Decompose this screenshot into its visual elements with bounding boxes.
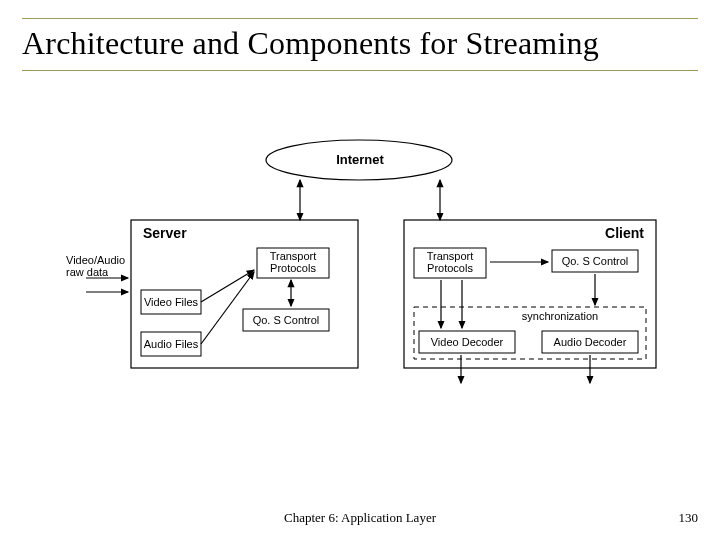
video-decoder-label: Video Decoder [419, 336, 515, 348]
client-label: Client [605, 225, 644, 241]
server-transport-label: Transport Protocols [257, 250, 329, 274]
server-qos-label: Qo. S Control [243, 314, 329, 326]
svg-line-5 [201, 272, 254, 344]
video-files-label: Video Files [141, 296, 201, 308]
audio-decoder-label: Audio Decoder [542, 336, 638, 348]
footer-text: Chapter 6: Application Layer [0, 510, 720, 526]
internet-label: Internet [300, 152, 420, 167]
sync-label: synchronization [500, 310, 620, 322]
raw-data-label: Video/Audio raw data [66, 254, 146, 278]
server-label: Server [143, 225, 187, 241]
page-title: Architecture and Components for Streamin… [22, 25, 698, 62]
svg-line-4 [201, 270, 254, 302]
client-transport-label: Transport Protocols [414, 250, 486, 274]
title-rule: Architecture and Components for Streamin… [22, 18, 698, 71]
client-qos-label: Qo. S Control [552, 255, 638, 267]
audio-files-label: Audio Files [141, 338, 201, 350]
page-number: 130 [679, 510, 699, 526]
